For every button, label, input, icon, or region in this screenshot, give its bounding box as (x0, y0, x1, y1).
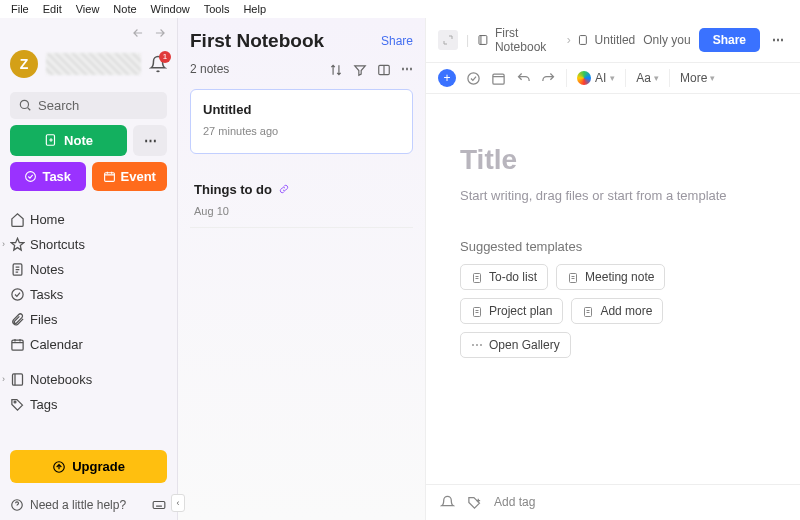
search-icon (18, 98, 32, 112)
breadcrumb-note[interactable]: Untitled (595, 33, 636, 47)
more-label: More (680, 71, 707, 85)
list-share-link[interactable]: Share (381, 34, 413, 48)
svg-point-2 (26, 171, 36, 181)
menu-help[interactable]: Help (236, 1, 273, 17)
note-icon (577, 33, 589, 47)
sidebar-item-notebooks[interactable]: ›Notebooks (0, 367, 177, 392)
profile-name-redacted (46, 53, 141, 75)
menu-edit[interactable]: Edit (36, 1, 69, 17)
note-title: Things to do (194, 182, 272, 197)
notes-icon (10, 261, 25, 277)
tag-icon (10, 396, 25, 412)
ai-icon (577, 71, 591, 85)
upgrade-label: Upgrade (72, 459, 125, 474)
menu-note[interactable]: Note (106, 1, 143, 17)
new-task-button[interactable]: Task (10, 162, 86, 191)
event-icon (103, 170, 116, 183)
menu-view[interactable]: View (69, 1, 107, 17)
toolbar-more[interactable]: More▾ (680, 71, 715, 85)
note-body-input[interactable]: Start writing, drag files or start from … (460, 188, 766, 203)
dots-icon: ⋯ (471, 338, 483, 352)
undo-icon[interactable] (516, 71, 531, 86)
sidebar-item-tags[interactable]: Tags (0, 392, 177, 417)
expand-icon[interactable] (438, 30, 458, 50)
sidebar-item-home[interactable]: Home (0, 207, 177, 232)
checklist-icon[interactable] (466, 71, 481, 86)
svg-point-0 (20, 100, 28, 108)
aa-label: Aa (636, 71, 651, 85)
ai-menu[interactable]: AI▾ (577, 71, 615, 85)
menu-file[interactable]: File (4, 1, 36, 17)
redo-icon[interactable] (541, 71, 556, 86)
filter-icon[interactable] (353, 62, 367, 77)
sidebar-item-files[interactable]: Files (0, 307, 177, 332)
more-icon[interactable]: ⋯ (401, 62, 413, 77)
collapse-sidebar-icon[interactable]: ‹ (171, 494, 185, 512)
search-input[interactable]: Search (10, 92, 167, 119)
new-event-button[interactable]: Event (92, 162, 168, 191)
new-note-menu-button[interactable]: ⋯ (133, 125, 167, 156)
note-title-input[interactable]: Title (460, 144, 766, 176)
notebook-icon (10, 371, 25, 387)
upgrade-button[interactable]: Upgrade (10, 450, 167, 483)
sidebar-item-label: Home (30, 212, 65, 227)
note-item[interactable]: Things to do Aug 10 (190, 172, 413, 228)
editor-column: | First Notebook › Untitled Only you Sha… (426, 18, 800, 520)
more-icon[interactable]: ⋯ (768, 33, 788, 47)
sidebar-item-tasks[interactable]: Tasks (0, 282, 177, 307)
sort-icon[interactable] (329, 62, 343, 77)
share-button[interactable]: Share (699, 28, 760, 52)
notifications-icon[interactable]: 1 (149, 55, 167, 73)
reminder-icon[interactable] (440, 495, 455, 510)
sidebar-item-shortcuts[interactable]: ›Shortcuts (0, 232, 177, 257)
help-icon (10, 498, 24, 512)
insert-cal-icon[interactable] (491, 71, 506, 86)
note-date: 27 minutes ago (203, 125, 400, 137)
keyboard-icon[interactable] (151, 497, 167, 512)
template-chip-addmore[interactable]: Add more (571, 298, 663, 324)
link-icon (278, 183, 290, 195)
nav-forward-icon[interactable] (153, 24, 167, 40)
svg-rect-6 (12, 340, 23, 350)
chip-label: Meeting note (585, 270, 654, 284)
svg-rect-7 (13, 374, 23, 385)
breadcrumb[interactable]: First Notebook › Untitled (477, 26, 635, 54)
add-tag-icon[interactable] (467, 495, 482, 510)
breadcrumb-notebook[interactable]: First Notebook (495, 26, 561, 54)
note-title: Untitled (203, 102, 400, 117)
upgrade-icon (52, 460, 66, 474)
note-count: 2 notes (190, 62, 229, 76)
nav-back-icon[interactable] (131, 24, 145, 40)
sidebar-item-notes[interactable]: Notes (0, 257, 177, 282)
privacy-label[interactable]: Only you (643, 33, 690, 47)
menu-tools[interactable]: Tools (197, 1, 237, 17)
sidebar-item-calendar[interactable]: Calendar (0, 332, 177, 357)
sidebar-item-label: Calendar (30, 337, 83, 352)
chip-label: Open Gallery (489, 338, 560, 352)
chevron-right-icon[interactable]: › (2, 374, 5, 384)
text-style-menu[interactable]: Aa▾ (636, 71, 659, 85)
avatar[interactable]: Z (10, 50, 38, 78)
help-label: Need a little help? (30, 498, 126, 512)
view-icon[interactable] (377, 62, 391, 77)
template-chip-meeting[interactable]: Meeting note (556, 264, 665, 290)
new-note-button[interactable]: Note (10, 125, 127, 156)
notebook-icon (477, 33, 489, 47)
note-item-selected[interactable]: Untitled 27 minutes ago (190, 89, 413, 154)
chip-label: Project plan (489, 304, 552, 318)
chip-label: Add more (600, 304, 652, 318)
help-link[interactable]: Need a little help? (10, 498, 126, 512)
nav-list: Home ›Shortcuts Notes Tasks Files Calend… (0, 203, 177, 421)
add-block-icon[interactable]: + (438, 69, 456, 87)
chevron-right-icon[interactable]: › (2, 239, 5, 249)
template-chip-todo[interactable]: To-do list (460, 264, 548, 290)
svg-rect-14 (579, 36, 586, 45)
menu-window[interactable]: Window (144, 1, 197, 17)
note-plus-icon (44, 133, 58, 147)
search-placeholder: Search (38, 98, 79, 113)
note-list-column: First Notebook Share 2 notes ⋯ Untitled … (178, 18, 426, 520)
add-tag-input[interactable]: Add tag (494, 495, 535, 509)
new-event-label: Event (121, 169, 156, 184)
template-chip-project[interactable]: Project plan (460, 298, 563, 324)
open-gallery-chip[interactable]: ⋯Open Gallery (460, 332, 571, 358)
